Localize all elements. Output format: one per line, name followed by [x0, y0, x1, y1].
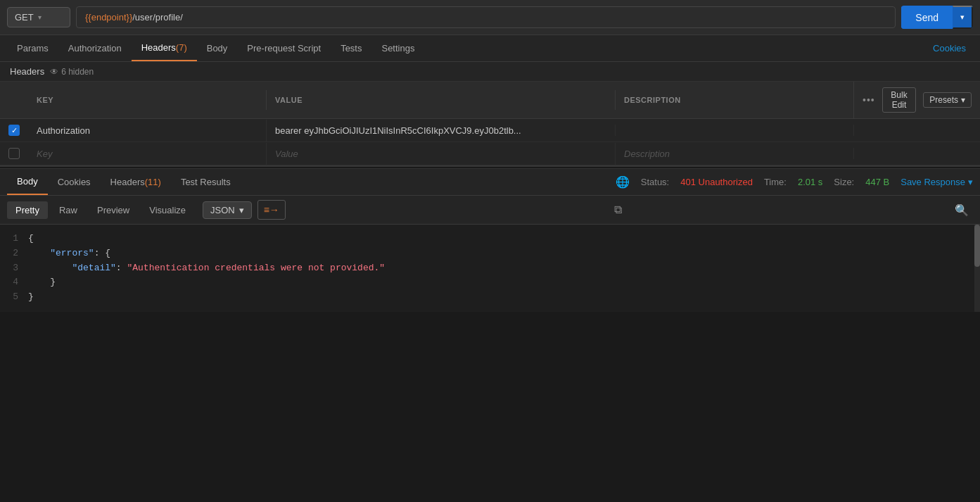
- top-bar: GET ▾ {{endpoint}}/user/profile/ Send ▾: [0, 0, 980, 35]
- line-content: }: [28, 275, 56, 290]
- headers-section: Headers 👁 6 hidden KEY VALUE DESCRIPTION…: [0, 62, 980, 166]
- eye-icon: 👁: [50, 67, 58, 77]
- row-value-placeholder[interactable]: Value: [266, 143, 615, 165]
- send-button-group: Send ▾: [901, 6, 973, 29]
- send-dropdown-button[interactable]: ▾: [953, 6, 973, 29]
- headers-label: Headers: [10, 66, 44, 77]
- line-number: 1: [0, 232, 28, 246]
- code-line-1: 1 {: [0, 232, 980, 246]
- tab-pre-request[interactable]: Pre-request Script: [237, 36, 331, 61]
- code-toolbar: Pretty Raw Preview Visualize JSON ▾ ≡→ ⧉…: [0, 196, 980, 225]
- code-line-4: 4 }: [0, 275, 980, 290]
- line-number: 4: [0, 275, 28, 290]
- line-number: 2: [0, 246, 28, 261]
- row-key-1[interactable]: Authorization: [28, 120, 266, 142]
- url-path: /user/profile/: [132, 12, 183, 23]
- time-label: Time:: [764, 177, 787, 187]
- code-line-3: 3 "detail": "Authentication credentials …: [0, 261, 980, 276]
- col-key-header: KEY: [28, 90, 266, 110]
- row-checkbox-empty[interactable]: [0, 142, 28, 165]
- response-tabs: Body Cookies Headers(11) Test Results 🌐 …: [0, 169, 980, 196]
- row-desc-1[interactable]: [615, 125, 853, 136]
- code-area: 1 { 2 "errors": { 3 "detail": "Authentic…: [0, 225, 980, 312]
- view-preview-button[interactable]: Preview: [89, 201, 138, 219]
- row-desc-placeholder[interactable]: Description: [615, 143, 853, 165]
- copy-button[interactable]: ⧉: [610, 201, 626, 219]
- method-dropdown[interactable]: GET ▾: [7, 7, 70, 27]
- format-chevron: ▾: [239, 205, 244, 215]
- col-actions-header: ••• Bulk Edit Presets ▾: [853, 82, 980, 118]
- tab-test-results[interactable]: Test Results: [171, 170, 241, 194]
- presets-button[interactable]: Presets ▾: [923, 92, 972, 108]
- tab-params[interactable]: Params: [7, 36, 58, 61]
- view-pretty-button[interactable]: Pretty: [7, 201, 48, 219]
- table-row: ✓ Authorization bearer eyJhbGciOiJIUzI1N…: [0, 119, 980, 142]
- line-content: {: [28, 232, 34, 246]
- checkbox-unchecked[interactable]: [8, 148, 20, 159]
- cookies-link[interactable]: Cookies: [926, 36, 973, 61]
- col-check-header: [0, 94, 28, 106]
- status-label: Status:: [641, 177, 669, 187]
- col-value-header: VALUE: [266, 90, 615, 110]
- row-checkbox-1[interactable]: ✓: [0, 119, 28, 142]
- more-options-icon[interactable]: •••: [863, 94, 875, 106]
- tab-response-body[interactable]: Body: [7, 169, 48, 195]
- presets-chevron: ▾: [961, 95, 965, 105]
- table-row-empty: Key Value Description: [0, 142, 980, 165]
- globe-icon: 🌐: [616, 175, 630, 189]
- row-actions-empty: [853, 148, 980, 159]
- status-area: 🌐 Status: 401 Unauthorized Time: 2.01 s …: [616, 170, 973, 194]
- code-line-2: 2 "errors": {: [0, 246, 980, 261]
- tab-authorization[interactable]: Authorization: [58, 36, 132, 61]
- size-label: Size:: [834, 177, 854, 187]
- line-number: 3: [0, 261, 28, 276]
- line-number: 5: [0, 290, 28, 305]
- size-value: 447 B: [865, 177, 889, 187]
- format-dropdown[interactable]: JSON ▾: [203, 201, 252, 219]
- hidden-count: 6 hidden: [61, 67, 94, 77]
- hidden-badge: 👁 6 hidden: [50, 67, 94, 77]
- url-bar[interactable]: {{endpoint}}/user/profile/: [76, 6, 896, 28]
- view-raw-button[interactable]: Raw: [51, 201, 86, 219]
- tab-tests[interactable]: Tests: [331, 36, 371, 61]
- url-endpoint: {{endpoint}}: [85, 12, 132, 23]
- tab-headers[interactable]: Headers(7): [132, 35, 197, 61]
- method-label: GET: [15, 12, 34, 23]
- request-tabs: Params Authorization Headers(7) Body Pre…: [0, 35, 980, 62]
- tab-body[interactable]: Body: [197, 36, 238, 61]
- tab-response-cookies[interactable]: Cookies: [48, 170, 101, 194]
- table-header-row: KEY VALUE DESCRIPTION ••• Bulk Edit Pres…: [0, 82, 980, 119]
- line-content: }: [28, 290, 34, 305]
- method-chevron: ▾: [38, 13, 42, 21]
- row-key-placeholder[interactable]: Key: [28, 143, 266, 165]
- row-actions-1: [853, 125, 980, 136]
- time-value: 2.01 s: [798, 177, 822, 187]
- code-line-5: 5 }: [0, 290, 980, 305]
- view-visualize-button[interactable]: Visualize: [141, 201, 194, 219]
- col-description-header: DESCRIPTION: [615, 90, 853, 110]
- tab-settings[interactable]: Settings: [371, 36, 424, 61]
- status-code: 401 Unauthorized: [680, 177, 753, 187]
- bulk-edit-button[interactable]: Bulk Edit: [882, 87, 917, 113]
- line-content: "detail": "Authentication credentials we…: [28, 261, 385, 276]
- send-button[interactable]: Send: [901, 6, 953, 29]
- headers-info-row: Headers 👁 6 hidden: [0, 62, 980, 82]
- save-response-button[interactable]: Save Response ▾: [901, 177, 973, 187]
- search-button[interactable]: 🔍: [950, 201, 973, 220]
- row-value-1[interactable]: bearer eyJhbGciOiJIUzI1NiIsInR5cCI6IkpXV…: [266, 120, 615, 142]
- save-response-chevron: ▾: [968, 177, 973, 187]
- response-section: Body Cookies Headers(11) Test Results 🌐 …: [0, 169, 980, 312]
- checkbox-checked[interactable]: ✓: [8, 125, 20, 136]
- wrap-button[interactable]: ≡→: [257, 200, 286, 220]
- line-content: "errors": {: [28, 246, 110, 261]
- tab-response-headers[interactable]: Headers(11): [101, 170, 171, 194]
